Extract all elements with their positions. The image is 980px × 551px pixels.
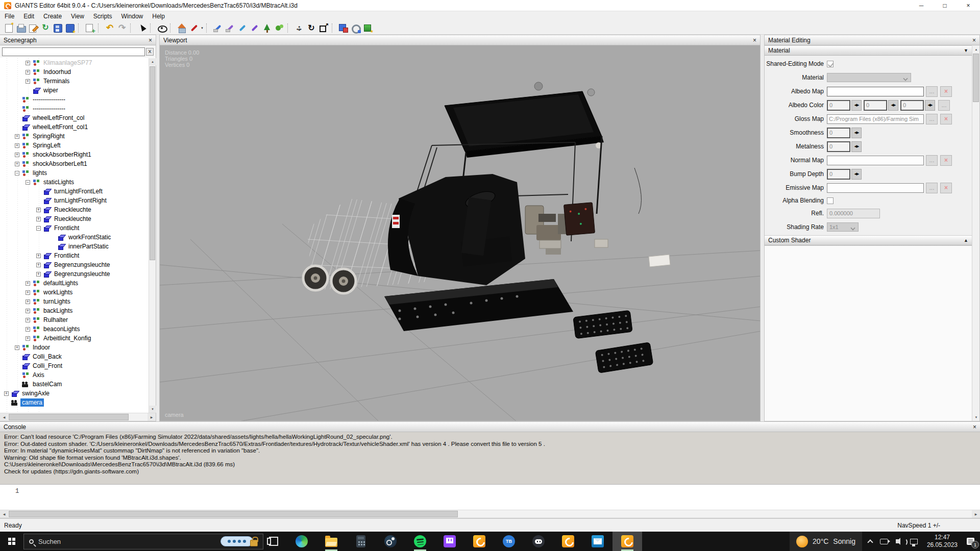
menu-item[interactable]: File [0, 11, 19, 21]
expander-toggle-icon[interactable] [26, 281, 30, 286]
toolbar-button[interactable] [224, 22, 236, 34]
tree-node-row[interactable]: SpringRight [0, 132, 149, 141]
maximize-button[interactable]: □ [933, 0, 957, 11]
emissive-map-browse-button[interactable]: ... [926, 183, 938, 193]
notification-center-button[interactable]: 1 [961, 532, 980, 551]
script-input-area[interactable]: 1 [0, 484, 980, 511]
tree-node-row[interactable]: Colli_Back [0, 352, 149, 361]
expander-toggle-icon[interactable] [26, 336, 30, 341]
tree-node-row[interactable]: swingAxle [0, 389, 149, 398]
console-close-icon[interactable]: × [973, 424, 976, 430]
material-panel-close-icon[interactable]: × [972, 37, 976, 43]
tree-node-row[interactable]: Arbeitlicht_Konfig [0, 334, 149, 343]
node-label[interactable]: workFrontStatic [67, 233, 112, 241]
toolbar-button[interactable] [293, 22, 305, 34]
tree-node-row[interactable]: Indoorhud [0, 67, 149, 77]
metalness-field[interactable]: 0 [827, 141, 850, 152]
tree-node-row[interactable]: Terminals [0, 77, 149, 86]
viewport-3d-canvas[interactable]: Distance 0.00Triangles 0Vertices 0 camer… [160, 45, 760, 421]
tree-node-row[interactable]: Begrenzungsleuchte [0, 269, 149, 279]
toolbar-button[interactable] [15, 22, 27, 34]
node-label[interactable]: Colli_Back [31, 353, 63, 361]
toolbar-button[interactable] [84, 22, 96, 34]
expander-toggle-icon[interactable] [26, 180, 30, 185]
tree-node-row[interactable]: shockAbsorberLeft1 [0, 159, 149, 168]
node-label[interactable]: lights [31, 169, 48, 177]
start-button[interactable] [0, 532, 23, 551]
material-vertical-scrollbar[interactable]: ▲ ▼ [972, 46, 979, 421]
scroll-thumb[interactable] [9, 414, 129, 420]
expander-toggle-icon[interactable] [36, 263, 41, 267]
node-label[interactable]: Frontlicht [53, 252, 81, 260]
toolbar-button[interactable] [188, 22, 204, 34]
toolbar-button[interactable] [261, 22, 273, 34]
tree-node-row[interactable]: camera [0, 398, 149, 407]
albedo-color-r-field[interactable]: 0 [827, 100, 850, 111]
tree-node-row[interactable]: Begrenzungsleuchte [0, 260, 149, 269]
node-label[interactable]: wheelLeftFront_col1 [31, 123, 89, 131]
expander-toggle-icon[interactable] [26, 61, 30, 65]
node-label[interactable]: Frontlicht [53, 224, 81, 232]
material-section-header[interactable]: Material ▼ [765, 45, 972, 56]
close-button[interactable]: × [957, 0, 980, 11]
scenegraph-filter-clear-button[interactable]: X [146, 48, 154, 56]
node-label[interactable]: beaconLights [42, 325, 81, 333]
taskbar-app-button[interactable] [524, 532, 553, 551]
task-view-button[interactable] [263, 532, 284, 551]
albedo-color-g-field[interactable]: 0 [864, 100, 887, 111]
node-label[interactable]: swingAxle [20, 389, 51, 397]
scroll-left-icon[interactable]: ◀ [0, 413, 8, 421]
expander-toggle-icon[interactable] [26, 79, 30, 84]
node-label[interactable]: Rueckleuchte [53, 215, 93, 223]
tree-node-row[interactable]: turnLights [0, 297, 149, 306]
node-label[interactable]: SpringRight [31, 132, 66, 140]
toolbar-button[interactable] [27, 22, 39, 34]
emissive-map-field[interactable] [827, 183, 924, 193]
scroll-thumb[interactable] [9, 511, 458, 517]
tree-node-row[interactable]: Colli_Front [0, 361, 149, 370]
toolbar-button[interactable] [305, 22, 317, 34]
node-label[interactable]: wiper [42, 86, 60, 94]
expander-toggle-icon[interactable] [26, 70, 30, 74]
scroll-left-icon[interactable]: ◀ [0, 510, 8, 518]
tree-node-row[interactable]: KlimaanlageSP77 [0, 58, 149, 67]
scenegraph-vertical-scrollbar[interactable]: ▲ ▼ [149, 58, 156, 413]
hidden-icons-chevron-icon[interactable] [867, 539, 873, 545]
scenegraph-horizontal-scrollbar[interactable]: ◀ ▶ [0, 413, 156, 421]
collapse-triangle-icon[interactable]: ▼ [964, 48, 968, 53]
node-label[interactable]: backLights [42, 307, 74, 315]
node-label[interactable]: Indoorhud [42, 68, 72, 76]
toolbar-button[interactable] [236, 22, 249, 34]
expander-toggle-icon[interactable] [26, 299, 30, 304]
smoothness-field[interactable]: 0 [827, 128, 850, 138]
tree-node-row[interactable]: Axis [0, 370, 149, 380]
albedo-color-picker-button[interactable]: ... [938, 100, 950, 111]
node-label[interactable]: wheelLeftFront_col [31, 114, 86, 122]
tree-node-row[interactable]: ---------------- [0, 104, 149, 113]
albedo-map-remove-button[interactable]: × [940, 86, 952, 97]
tree-node-row[interactable]: shockAbsorberRight1 [0, 150, 149, 159]
menu-item[interactable]: Edit [19, 11, 39, 21]
expander-toggle-icon[interactable] [26, 309, 30, 313]
material-dropdown[interactable] [827, 73, 911, 82]
tree-node-row[interactable]: lights [0, 168, 149, 178]
taskbar-app-button[interactable]: TB [494, 532, 524, 551]
normal-map-browse-button[interactable]: ... [926, 155, 938, 166]
expander-toggle-icon[interactable] [4, 391, 9, 396]
scroll-up-icon[interactable]: ▲ [972, 46, 980, 53]
node-label[interactable]: bastelCam [31, 380, 63, 388]
scroll-right-icon[interactable]: ▶ [148, 413, 156, 421]
tree-node-row[interactable]: defaultLights [0, 279, 149, 288]
tree-node-row[interactable]: ---------------- [0, 95, 149, 104]
toolbar-button[interactable] [3, 22, 15, 34]
tree-node-row[interactable]: SpringLeft [0, 141, 149, 150]
taskbar-app-button[interactable] [435, 532, 464, 551]
tree-node-row[interactable]: workFrontStatic [0, 233, 149, 242]
menu-item[interactable]: Help [148, 11, 169, 21]
shading-rate-dropdown[interactable]: 1x1 [827, 222, 859, 232]
gloss-map-remove-button[interactable]: × [940, 114, 952, 124]
tree-node-row[interactable]: Rueckleuchte [0, 205, 149, 214]
node-label[interactable]: Colli_Front [31, 362, 64, 370]
taskbar-app-button[interactable] [316, 532, 346, 551]
scroll-down-icon[interactable]: ▼ [972, 414, 980, 421]
